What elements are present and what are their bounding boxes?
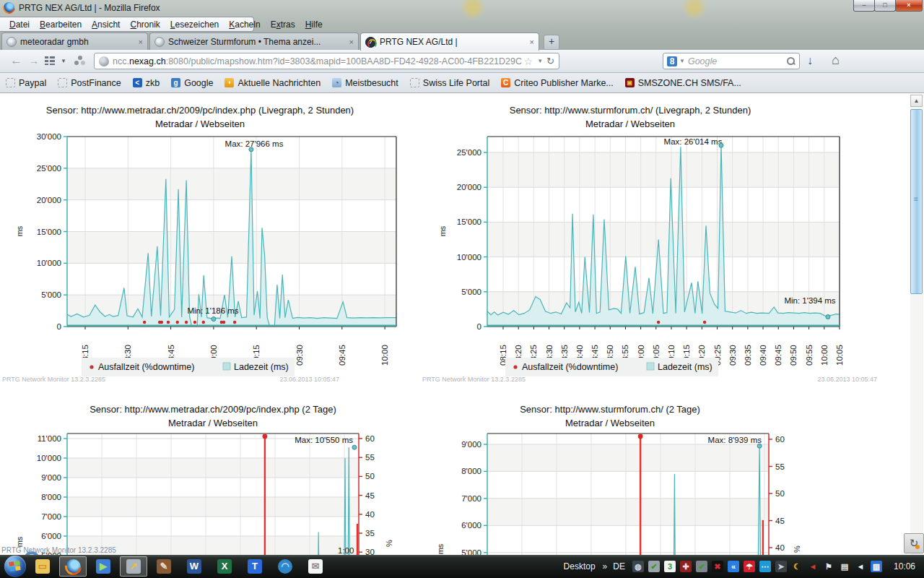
search-input[interactable]: 8 ▼ Google [663, 53, 800, 69]
maximize-button[interactable]: □ [874, 0, 896, 12]
bookmark-item[interactable]: <zkb [133, 78, 160, 88]
display-icon[interactable]: ▥ [871, 561, 882, 572]
x-tick-label: 09:40 [759, 345, 767, 366]
taskbar-app-explorer[interactable]: ▭ [29, 556, 56, 577]
refresh-icon[interactable]: ↻ [904, 533, 924, 553]
titlebar[interactable]: PRTG NEX AG/Ltd | - Mozilla Firefox – □ … [0, 0, 924, 16]
y-tick-label: 11'000 [38, 434, 61, 443]
remote-desktop-icon: ↗ [126, 559, 141, 574]
scroll-up-icon[interactable]: ▲ [910, 95, 923, 107]
taskbar-app-mail[interactable]: ✉ [302, 556, 329, 577]
scrollbar-thumb[interactable] [910, 109, 923, 294]
menu-item-kacheln[interactable]: Kacheln [224, 18, 265, 31]
menu-item-datei[interactable]: Datei [4, 18, 35, 31]
desktop-toolbar-label[interactable]: Desktop [564, 561, 596, 571]
menu-item-lesezeichen[interactable]: Lesezeichen [165, 18, 224, 31]
close-icon[interactable]: × [349, 38, 354, 46]
menu-item-ansicht[interactable]: Ansicht [87, 18, 125, 31]
y-tick-label: 10'000 [37, 454, 61, 462]
google-engine-icon[interactable]: 8 [667, 56, 677, 66]
page-content: Sensor: http://www.metradar.ch/2009/pc/i… [0, 93, 924, 555]
legend-label: Ausfallzeit (%downtime) [522, 362, 618, 372]
bird-icon[interactable]: ➤ [775, 561, 787, 572]
taskbar-app-firefox[interactable] [59, 556, 87, 577]
volume-icon[interactable]: ◄ [855, 561, 866, 572]
site-identity-globe-icon[interactable] [99, 56, 109, 66]
network-icon[interactable]: ▤ [839, 561, 850, 572]
y-tick-label: 15'000 [37, 228, 61, 236]
y-tick-label: 5'000 [461, 288, 481, 296]
new-tab-button[interactable]: + [544, 35, 559, 50]
max-annotation: Max: 8'939 ms [708, 436, 762, 444]
bookmark-item[interactable]: ◗Aktuelle Nachrichten [225, 78, 321, 88]
back-button[interactable]: ← [10, 53, 22, 68]
start-button[interactable] [4, 556, 26, 577]
taskbar-app-app-blue[interactable]: ▶ [90, 556, 117, 577]
x-tick-label: 10:00 [380, 345, 389, 366]
tab-prtg-active[interactable]: PRTG NEX AG/Ltd | × [360, 33, 539, 51]
moon-icon[interactable]: ☾ [791, 561, 803, 572]
notes-icon[interactable]: 3 [664, 561, 676, 572]
bookmark-item[interactable]: Paypal [6, 78, 46, 88]
chevron-down-icon[interactable]: ▼ [61, 58, 66, 64]
taskbar-app-excel[interactable]: X [211, 556, 238, 577]
downloads-icon[interactable]: ↓ [807, 54, 813, 67]
flag-icon[interactable]: ⚑ [823, 561, 834, 572]
tray-expand-icon[interactable]: » [603, 561, 608, 571]
legend-label: Ausfallzeit (%downtime) [98, 362, 194, 372]
plot-band [487, 222, 840, 256]
tab-meteoradar[interactable]: meteoradar gmbh × [1, 33, 148, 50]
url-dropdown-icon[interactable]: ▼ [537, 58, 543, 64]
hp-tray-icon[interactable]: ◍ [632, 561, 644, 572]
messenger-icon[interactable]: ⋯ [759, 561, 771, 572]
forward-button[interactable]: → [29, 55, 39, 66]
safely-remove-icon[interactable]: ✔ [648, 561, 660, 572]
taskbar-clock[interactable]: 10:06 [894, 561, 915, 571]
bookmark-item[interactable]: PostFinance [58, 78, 121, 88]
usb-ok-icon[interactable]: ✔ [696, 561, 707, 572]
close-button[interactable]: × [895, 0, 923, 12]
x-tick-label: 10:00 [820, 345, 829, 366]
volume-muted-icon[interactable]: ◄ [807, 561, 819, 572]
y-axis-label: ms [436, 543, 445, 554]
minimize-button[interactable]: – [853, 0, 875, 12]
avira-icon[interactable]: ☂ [744, 561, 755, 572]
explorer-icon: ▭ [35, 559, 50, 574]
teamviewer-icon[interactable]: « [728, 561, 739, 572]
taskbar-app-app-tool[interactable]: ✎ [150, 556, 178, 577]
addon-icon[interactable] [74, 56, 86, 66]
tab-groups-icon[interactable] [45, 56, 55, 65]
search-engine-dropdown-icon[interactable]: ▼ [679, 58, 685, 64]
url-bar[interactable]: ncc.nexag.ch:8080/public/mapshow.htm?id=… [94, 53, 559, 69]
tab-sturmforum[interactable]: Schweizer Sturmforum • Thema anzei... × [149, 33, 359, 50]
placeholder-icon [58, 78, 67, 87]
reload-icon[interactable]: ↻ [546, 56, 554, 66]
max-annotation: Max: 26'014 ms [664, 137, 723, 146]
zkb-icon: < [133, 78, 142, 87]
close-icon[interactable]: × [530, 38, 534, 46]
menu-item-bearbeiten[interactable]: Bearbeiten [35, 18, 87, 31]
avira-scheduler-icon[interactable]: ✚ [680, 561, 692, 572]
menu-item-hilfe[interactable]: Hilfe [300, 18, 328, 31]
bookmark-item[interactable]: ◔Meistbesucht [332, 78, 398, 88]
bookmark-item[interactable]: gGoogle [171, 78, 213, 88]
scrollbar[interactable]: ▲ [910, 95, 923, 555]
bookmark-label: Paypal [19, 78, 46, 88]
taskbar-app-app-t[interactable]: T [241, 556, 269, 577]
menu-item-extras[interactable]: Extras [266, 18, 300, 31]
taskbar-app-remote-desktop[interactable]: ↗ [120, 556, 147, 577]
bookmark-item[interactable]: Swiss Life Portal [410, 78, 489, 88]
menu-item-chronik[interactable]: Chronik [125, 18, 165, 31]
y-tick-label: 10'000 [37, 259, 61, 267]
bookmark-star-icon[interactable]: ☆ [524, 56, 533, 67]
taskbar-app-word[interactable]: W [180, 556, 208, 577]
url-text[interactable]: ncc.nexag.ch:8080/public/mapshow.htm?id=… [113, 56, 522, 66]
bookmark-item[interactable]: ▣SMSZONE.CH SMS/FA... [625, 78, 741, 88]
search-icon[interactable] [786, 56, 796, 66]
taskbar-app-globe-app[interactable]: ◠ [271, 556, 299, 577]
language-indicator[interactable]: DE [613, 561, 625, 571]
home-icon[interactable]: ⌂ [832, 53, 840, 68]
close-icon[interactable]: × [139, 38, 143, 46]
bookmark-item[interactable]: CCriteo Publisher Marke... [501, 78, 614, 88]
x-app-icon[interactable]: ✖ [712, 561, 723, 572]
